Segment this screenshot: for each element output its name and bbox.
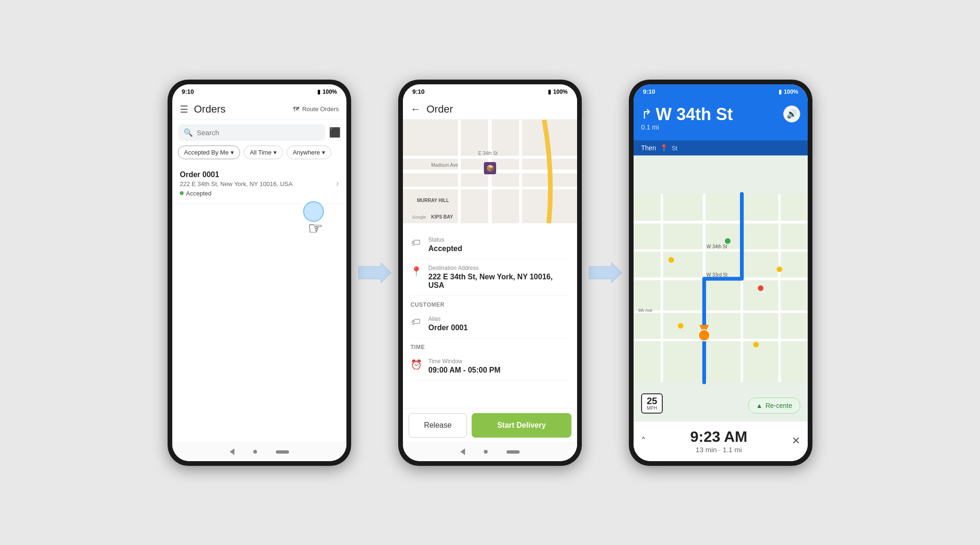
order-list-item[interactable]: Order 0001 222 E 34th St, New York, NY 1…	[172, 164, 346, 204]
phone-2-screen: 9:10 ▮ 100% ← Order	[403, 84, 577, 461]
order-detail-topbar: ← Order	[403, 99, 577, 120]
status-dot-green	[180, 191, 184, 195]
arrow-1	[356, 261, 394, 285]
orders-header: ☰ Orders 🗺 Route Orders	[172, 99, 346, 120]
battery-icon-1: ▮	[317, 89, 321, 95]
nav-duration: 13 min · 1.1 mi	[646, 446, 792, 454]
svg-text:E 34th St: E 34th St	[478, 151, 498, 156]
status-time-2: 9:10	[412, 88, 425, 95]
then-label: Then	[641, 144, 656, 152]
filter-loc-arrow: ▾	[322, 149, 325, 156]
volume-button[interactable]: 🔊	[783, 106, 800, 122]
svg-point-32	[668, 257, 674, 263]
filter-all-time[interactable]: All Time ▾	[244, 146, 283, 159]
filter-anywhere[interactable]: Anywhere ▾	[287, 146, 331, 159]
status-icons-1: ▮ 100%	[317, 89, 337, 95]
phone-3: 9:10 ▮ 100% ↱ W 34th St 🔊 0.1 mi	[629, 80, 812, 466]
search-row: 🔍 ⬛	[172, 120, 346, 146]
status-bar-2: 9:10 ▮ 100%	[403, 84, 577, 99]
time-window-row: ⏰ Time Window 09:00 AM - 05:00 PM	[410, 352, 570, 381]
filter-accepted-arrow: ▾	[231, 149, 234, 156]
speed-unit: MPH	[647, 406, 657, 411]
menu-icon[interactable]: ☰	[180, 104, 188, 115]
status-icons-3: ▮ 100%	[779, 89, 798, 95]
svg-text:KIPS BAY: KIPS BAY	[431, 214, 453, 220]
customer-heading: CUSTOMER	[410, 296, 570, 310]
orders-title: Orders	[194, 103, 288, 115]
recents-button-2[interactable]	[506, 450, 520, 454]
status-label: Status	[428, 236, 462, 243]
start-delivery-button[interactable]: Start Delivery	[472, 413, 571, 438]
order-info: Order 0001 222 E 34th St, New York, NY 1…	[180, 171, 336, 197]
route-icon: 🗺	[293, 106, 299, 113]
alias-label: Alias	[428, 316, 468, 322]
status-badge: Accepted	[180, 190, 336, 197]
alias-info: Alias Order 0001	[428, 316, 468, 332]
filter-accepted-by-me[interactable]: Accepted By Me ▾	[178, 146, 240, 159]
navigation-header: ↱ W 34th St 🔊 0.1 mi	[634, 99, 808, 141]
back-button-1[interactable]	[230, 448, 234, 455]
recenter-button[interactable]: ▲ Re-cente	[748, 398, 800, 414]
nav-then-bar: Then 📍 St	[634, 140, 808, 155]
phone-3-screen: 9:10 ▮ 100% ↱ W 34th St 🔊 0.1 mi	[634, 84, 808, 461]
status-value: Accepted	[428, 244, 462, 253]
route-orders-label: Route Orders	[302, 106, 339, 113]
release-button[interactable]: Release	[409, 413, 467, 438]
time-icon: ⏰	[410, 359, 422, 370]
time-window-label: Time Window	[428, 358, 500, 365]
nav-current-time: 9:23 AM	[646, 428, 792, 446]
home-button-1[interactable]	[253, 450, 257, 454]
phone-2: 9:10 ▮ 100% ← Order	[398, 80, 582, 466]
status-icons-2: ▮ 100%	[548, 89, 568, 95]
arrow-svg-2	[589, 261, 622, 285]
bottom-nav-2	[403, 442, 577, 461]
home-button-2[interactable]	[484, 450, 488, 454]
nav-chevron-up[interactable]: ˄	[641, 435, 646, 447]
alias-value: Order 0001	[428, 324, 468, 332]
svg-point-33	[725, 238, 731, 244]
nav-map-svg: W 33rd St W 34th St 9th Ave	[634, 155, 808, 421]
bottom-nav-1	[172, 442, 346, 461]
status-row: 🏷 Status Accepted	[410, 231, 570, 259]
destination-icon: 📍	[410, 266, 422, 277]
status-time-1: 9:10	[182, 88, 194, 95]
order-name: Order 0001	[180, 171, 336, 179]
alias-icon: 🏷	[410, 317, 422, 327]
svg-point-36	[678, 323, 683, 329]
order-address: 222 E 34th St, New York, NY 10016, USA	[180, 180, 336, 187]
destination-value: 222 E 34th St, New York, NY 10016, USA	[428, 273, 570, 290]
filter-time-label: All Time	[250, 149, 272, 156]
filters-row: Accepted By Me ▾ All Time ▾ Anywhere ▾	[172, 146, 346, 164]
route-orders-button[interactable]: 🗺 Route Orders	[293, 106, 339, 113]
close-nav-button[interactable]: ✕	[792, 435, 800, 447]
order-status-label: Accepted	[186, 190, 211, 197]
nav-bottom-controls: ˄ 9:23 AM 13 min · 1.1 mi ✕	[641, 426, 800, 456]
recenter-icon: ▲	[756, 402, 763, 409]
back-button-2[interactable]: ←	[410, 103, 421, 115]
time-window-value: 09:00 AM - 05:00 PM	[428, 366, 500, 374]
destination-info: Destination Address 222 E 34th St, New Y…	[428, 265, 570, 290]
nav-street-info: W 34th St	[656, 105, 733, 124]
scan-icon[interactable]: ⬛	[329, 127, 341, 138]
back-button-2b[interactable]	[460, 448, 465, 455]
nav-bottom-bar: ˄ 9:23 AM 13 min · 1.1 mi ✕	[634, 421, 808, 461]
battery-pct-2: 100%	[553, 89, 568, 95]
search-box[interactable]: 🔍	[178, 124, 325, 141]
filter-accepted-label: Accepted By Me	[184, 149, 229, 156]
order-detail-title: Order	[426, 103, 453, 115]
svg-point-37	[753, 342, 759, 348]
search-input[interactable]	[197, 129, 320, 137]
svg-text:W 33rd St: W 33rd St	[707, 272, 728, 277]
navigation-map: W 33rd St W 34th St 9th Ave 25	[634, 155, 808, 421]
status-bar-3: 9:10 ▮ 100%	[634, 84, 808, 99]
svg-point-35	[777, 267, 782, 272]
svg-point-31	[699, 330, 710, 341]
speed-value: 25	[647, 396, 657, 406]
filter-loc-label: Anywhere	[293, 149, 320, 156]
nav-header-row: ↱ W 34th St 🔊	[641, 105, 800, 124]
svg-text:Google: Google	[412, 215, 426, 220]
recents-button-1[interactable]	[276, 450, 289, 454]
nav-distance: 0.1 mi	[641, 123, 800, 131]
battery-pct-1: 100%	[322, 89, 337, 95]
destination-row: 📍 Destination Address 222 E 34th St, New…	[410, 259, 570, 296]
